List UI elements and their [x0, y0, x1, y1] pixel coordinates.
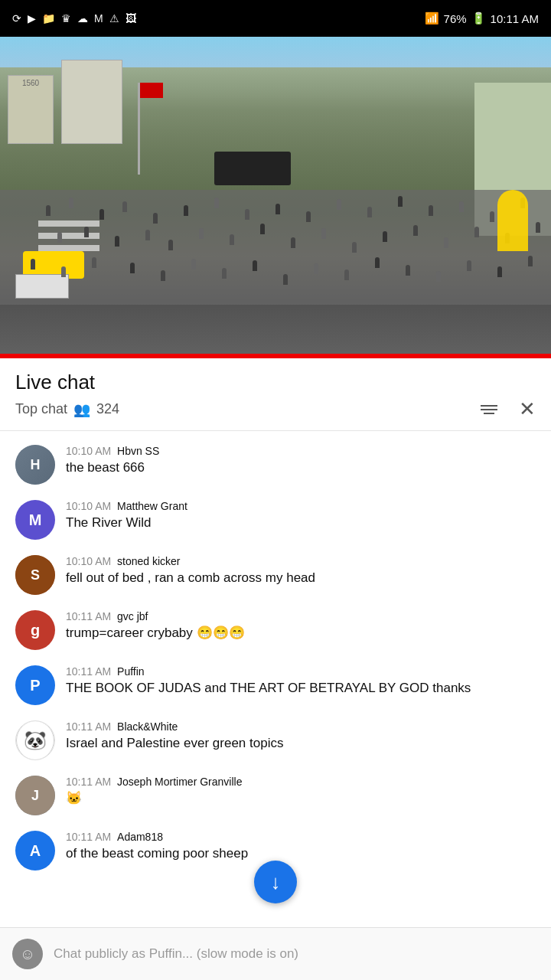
clock: 10:11 AM	[491, 12, 539, 25]
avatar: S	[15, 555, 55, 595]
chat-title: Live chat	[15, 371, 536, 394]
files-icon: 📁	[42, 12, 55, 24]
scroll-down-arrow: ↓	[271, 872, 281, 892]
sync-icon: ⟳	[12, 12, 21, 24]
username: Adam818	[117, 831, 163, 843]
table-row: g 10:11 AM gvc jbf trump=career crybaby …	[0, 603, 551, 658]
battery-icon: 🔋	[471, 11, 486, 25]
table-row: S 10:10 AM stoned kicker fell out of bed…	[0, 547, 551, 603]
status-icons: ⟳ ▶ 📁 ♛ ☁ M ⚠ 🖼	[12, 12, 136, 24]
message-body: 10:11 AM Puffin THE BOOK OF JUDAS and TH…	[66, 665, 536, 697]
message-body: 10:11 AM Black&White Israel and Palestin…	[66, 720, 536, 753]
scroll-down-button[interactable]: ↓	[254, 861, 297, 903]
message-text: THE BOOK OF JUDAS and THE ART OF BETRAYA…	[66, 679, 536, 697]
username: Black&White	[117, 720, 178, 733]
building1: 1560	[8, 75, 54, 144]
video-player[interactable]: 1560	[0, 37, 551, 358]
username: stoned kicker	[117, 555, 180, 567]
message-time: 10:10 AM	[66, 555, 111, 567]
message-text: fell out of bed , ran a comb across my h…	[66, 569, 536, 587]
avatar: M	[15, 500, 55, 540]
top-chat-label: Top chat	[15, 401, 67, 417]
message-body: 10:11 AM Adam818 of the beast coming poo…	[66, 831, 536, 863]
message-body: 10:11 AM Joseph Mortimer Granville 🐱	[66, 776, 536, 808]
message-meta: 10:11 AM Black&White	[66, 720, 536, 733]
message-text: The River Wild	[66, 514, 536, 532]
username: Hbvn SS	[117, 445, 159, 457]
message-body: 10:10 AM Hbvn SS the beast 666	[66, 445, 536, 477]
viewer-count: 324	[96, 401, 119, 417]
avatar: J	[15, 776, 55, 815]
crowd	[0, 190, 551, 312]
message-time: 10:11 AM	[66, 610, 111, 622]
avatar: H	[15, 445, 55, 485]
avatar: P	[15, 665, 55, 705]
filter-line-bot	[484, 413, 494, 414]
filter-line-mid	[481, 409, 497, 410]
message-text: Israel and Palestine ever green topics	[66, 734, 536, 753]
message-body: 10:10 AM stoned kicker fell out of bed ,…	[66, 555, 536, 587]
video-progress-bar[interactable]	[0, 354, 551, 358]
message-meta: 10:11 AM Puffin	[66, 665, 536, 678]
message-time: 10:11 AM	[66, 776, 111, 788]
message-text: trump=career crybaby 😁😁😁	[66, 624, 536, 642]
message-meta: 10:10 AM Matthew Grant	[66, 500, 536, 512]
status-right: 📶 76% 🔋 10:11 AM	[425, 11, 539, 25]
chat-input-placeholder[interactable]: Chat publicly as Puffin... (slow mode is…	[54, 945, 539, 963]
table-row: J 10:11 AM Joseph Mortimer Granville 🐱	[0, 768, 551, 823]
avatar: A	[15, 831, 55, 871]
message-meta: 10:11 AM gvc jbf	[66, 610, 536, 622]
message-text: of the beast coming poor sheep	[66, 844, 536, 863]
message-text: the beast 666	[66, 459, 536, 477]
message-body: 10:11 AM gvc jbf trump=career crybaby 😁😁…	[66, 610, 536, 642]
alert-icon: ⚠	[109, 12, 119, 24]
table-row: P 10:11 AM Puffin THE BOOK OF JUDAS and …	[0, 658, 551, 713]
chat-controls: ✕	[478, 397, 536, 421]
avatar: g	[15, 610, 55, 650]
yellow-figure	[497, 190, 528, 251]
wifi-icon: 📶	[425, 11, 439, 25]
message-time: 10:11 AM	[66, 720, 111, 733]
avatar: 🐼	[15, 720, 55, 760]
message-time: 10:11 AM	[66, 831, 111, 843]
message-meta: 10:11 AM Adam818	[66, 831, 536, 843]
chat-header: Live chat Top chat 👥 324 ✕	[0, 358, 551, 431]
viewer-icon: 👥	[73, 401, 90, 418]
username: Joseph Mortimer Granville	[117, 776, 242, 788]
username: gvc jbf	[117, 610, 148, 622]
cloud-icon: ☁	[77, 12, 88, 24]
chat-mode-row: Top chat 👥 324	[15, 401, 119, 418]
message-body: 10:10 AM Matthew Grant The River Wild	[66, 500, 536, 532]
input-avatar: ☺	[12, 939, 43, 969]
image-icon: 🖼	[126, 12, 136, 24]
battery-level: 76%	[444, 12, 467, 25]
filter-line-top	[481, 405, 497, 407]
building2	[61, 60, 122, 144]
message-text: 🐱	[66, 789, 536, 808]
close-button[interactable]: ✕	[519, 397, 536, 421]
smiley-icon: ☺	[20, 946, 35, 963]
youtube-icon: ▶	[28, 12, 36, 24]
message-time: 10:10 AM	[66, 500, 111, 512]
chat-subheader: Top chat 👥 324 ✕	[15, 397, 536, 430]
username: Puffin	[117, 665, 145, 678]
username: Matthew Grant	[117, 500, 187, 512]
status-bar: ⟳ ▶ 📁 ♛ ☁ M ⚠ 🖼 📶 76% 🔋 10:11 AM	[0, 0, 551, 37]
chat-messages-list: H 10:10 AM Hbvn SS the beast 666 M 10:10…	[0, 431, 551, 884]
message-time: 10:11 AM	[66, 665, 111, 678]
table-row: 🐼 10:11 AM Black&White Israel and Palest…	[0, 713, 551, 768]
message-meta: 10:10 AM stoned kicker	[66, 555, 536, 567]
table-row: M 10:10 AM Matthew Grant The River Wild	[0, 492, 551, 547]
flag	[140, 83, 163, 98]
filter-button[interactable]	[478, 402, 500, 417]
message-meta: 10:11 AM Joseph Mortimer Granville	[66, 776, 536, 788]
message-meta: 10:10 AM Hbvn SS	[66, 445, 536, 457]
mail-icon: M	[94, 12, 103, 24]
table-row: H 10:10 AM Hbvn SS the beast 666	[0, 437, 551, 492]
chat-input-row: ☺ Chat publicly as Puffin... (slow mode …	[0, 927, 551, 980]
message-time: 10:10 AM	[66, 445, 111, 457]
crown-icon: ♛	[61, 12, 71, 24]
suv	[214, 152, 291, 185]
